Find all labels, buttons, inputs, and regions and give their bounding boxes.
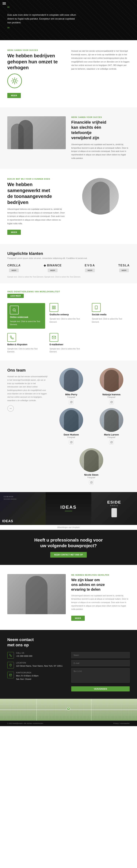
klaar-person-photo — [7, 574, 66, 614]
gallery-label-1: IDEAS — [2, 519, 13, 523]
dienst-card-title-2: Grafische ontwerp — [50, 313, 87, 316]
contact-hours-text: Kantooruren Mon–Fri 9:00am–6:00pmSat–Sun… — [16, 672, 38, 681]
map-section — [0, 699, 137, 721]
contact-submit-button[interactable]: VERZENDEN — [71, 686, 130, 691]
logo-crolla-btn[interactable]: MEER — [9, 269, 19, 272]
dienst-card-title-5: E-mailbeheer — [50, 343, 87, 346]
section-financieel-body: Uitvoeringsel dolores est cupidatat sed … — [71, 143, 130, 160]
samengewerkt-circle-image — [82, 178, 119, 215]
map-svg — [0, 699, 137, 721]
svg-point-40 — [68, 708, 69, 709]
dienst-card-text-4: Sample text. Click to select the Text El… — [7, 347, 45, 353]
team-left: Ons team Hoewel we dat het eerste schoon… — [7, 368, 48, 485]
svg-rect-29 — [90, 482, 92, 484]
logo-tesla: TESLA MEER — [118, 264, 130, 272]
svg-rect-17 — [70, 401, 72, 403]
contact-email-input[interactable] — [71, 660, 130, 666]
svg-point-18 — [71, 402, 72, 403]
team-card-dave: Dave Hudson Fotograaf — [53, 408, 89, 444]
gallery-item-1: CUBIKEN WOODEN DESIGN IDEAS — [0, 492, 46, 525]
hero-text: Duis aute irure dolor in reprehenderit i… — [7, 13, 77, 25]
hamburger-line-2 — [3, 3, 6, 4]
quote-open-icon: “ — [7, 5, 130, 12]
instagram-icon-maria[interactable] — [109, 440, 114, 444]
diensten-label: Onze dienstverlening van wereldkwaliteit — [7, 291, 130, 293]
hero-section: “ Duis aute irure dolor in reprehenderit… — [0, 0, 137, 40]
cta-button[interactable]: NEEM CONTACT MET ONS OP — [50, 552, 87, 558]
dienst-card-text-3: Sample text. Click to select the Text El… — [92, 317, 130, 323]
section-omzet-body: Hoewel we dat het eerste schoonmaakbedri… — [71, 49, 130, 71]
logo-tesla-text: TESLA — [118, 264, 130, 267]
logo-binance-text: ◆ BINANCE — [44, 264, 61, 267]
section-samengewerkt-left: Bekijk wat wij voor u kunnen doen We heb… — [7, 178, 66, 235]
sociale-media-icon — [92, 303, 101, 312]
svg-point-27 — [111, 442, 112, 443]
logo-crolla-text: CROLLA — [7, 264, 21, 267]
svg-line-5 — [12, 79, 13, 80]
klanten-section: Uitgelichte klanten Paragraaf Lorem ipsu… — [0, 244, 137, 283]
team-role-mike: Fotograaf — [53, 396, 89, 398]
klaar-text: We hebben bedrijven geholpen We zijn kla… — [71, 574, 130, 621]
team-card-nicole: Nicole Steen Fotograaf — [53, 448, 130, 485]
team-photo-dave — [59, 408, 83, 432]
contact-message-input[interactable] — [71, 668, 130, 683]
gallery-caption: Afbeeldingen van Unsplash — [0, 525, 137, 530]
diensten-grid: Online onderzoek Sample text. Click to s… — [7, 303, 130, 353]
svg-rect-20 — [111, 401, 112, 403]
diensten-lees-meer-btn[interactable]: LEES MEER — [7, 294, 24, 298]
logo-binance-btn[interactable]: MEER — [48, 269, 58, 272]
footer-right: Privacy | Voorwaarden — [113, 722, 130, 724]
dienst-card-title-1: Online onderzoek — [10, 316, 43, 318]
gallery-label-3: ESIDE — [107, 500, 121, 505]
contact-location-value: 123 Street Name, Town Name, New York, NY… — [16, 664, 63, 668]
section-omzet-right: Hoewel we dat het eerste schoonmaakbedri… — [71, 49, 130, 71]
contact-title: Neem contactmet ons op — [7, 637, 130, 648]
team-card-natasja: Natasja Ivanova Fotograaf — [93, 368, 130, 404]
klanten-subtitle: Paragraaf Lorem ipsum dolor sit amet, co… — [7, 257, 130, 259]
svg-rect-14 — [54, 308, 55, 309]
svg-point-24 — [71, 442, 72, 443]
dienst-card-bellen: Bellen & Afspraken Sample text. Click to… — [7, 333, 45, 353]
location-icon — [7, 662, 14, 669]
contact-grid: Call Us +31 000 0000 000 Location 123 St… — [7, 652, 130, 691]
section3-more-button[interactable]: MEER — [7, 230, 21, 235]
instagram-icon-natasja[interactable] — [109, 400, 114, 404]
logo-crolla: CROLLA MEER — [7, 264, 21, 272]
team-name-nicole: Nicole Steen — [84, 473, 99, 476]
team-arrow-button[interactable]: → — [7, 405, 14, 412]
team-photo-maria — [100, 408, 123, 432]
team-section: Ons team Hoewel we dat het eerste schoon… — [0, 361, 137, 492]
contact-location-text: Location 123 Street Name, Town Name, New… — [16, 662, 63, 668]
cta-section: Heeft u professionals nodig vooruw volge… — [0, 530, 137, 565]
instagram-icon-nicole[interactable] — [89, 480, 94, 485]
section-financieel-title: Financiële vrijheidkan slechts ééntelefo… — [71, 120, 130, 141]
svg-line-7 — [16, 79, 17, 80]
section-label-3: Bekijk wat wij voor u kunnen doen — [7, 178, 66, 180]
team-body: Hoewel we dat het eerste schoonmaakbedri… — [7, 375, 48, 402]
phone-icon — [7, 652, 14, 658]
section1-more-button[interactable]: MEER — [7, 93, 21, 98]
klanten-caption: Sample text. Click to select the Text El… — [7, 276, 130, 278]
instagram-icon-mike[interactable] — [69, 400, 74, 404]
logo-evga: EVGA MEER — [85, 264, 95, 272]
instagram-icon-dave[interactable] — [69, 440, 74, 444]
logo-tesla-btn[interactable]: MEER — [119, 269, 129, 272]
klaar-label: We hebben bedrijven geholpen — [71, 574, 130, 576]
contact-phone-text: Call Us +31 000 0000 000 — [16, 652, 32, 658]
hours-icon — [7, 672, 14, 678]
team-photo-nicole — [79, 448, 103, 472]
klaar-meer-button[interactable]: MEER — [71, 616, 85, 621]
logo-evga-btn[interactable]: MEER — [85, 269, 95, 272]
email-icon — [50, 333, 58, 342]
section-label-1: Werk samen voor succes — [7, 49, 66, 51]
klanten-title: Uitgelichte klanten — [7, 251, 130, 256]
gallery-label-2: IDEAS — [60, 505, 77, 510]
dienst-card-sociale-media: Sociale media Sample text. Click to sele… — [92, 303, 130, 329]
contact-item-location: Location 123 Street Name, Town Name, New… — [7, 662, 66, 669]
footer-left: © 2023 Bedrijfsnaam. Alle rechten voorbe… — [7, 722, 44, 724]
svg-rect-12 — [54, 306, 55, 307]
bellen-icon — [7, 333, 16, 342]
contact-name-input[interactable] — [71, 652, 130, 658]
team-role-natasja: Fotograaf — [93, 396, 130, 398]
hamburger-menu[interactable] — [3, 2, 6, 5]
